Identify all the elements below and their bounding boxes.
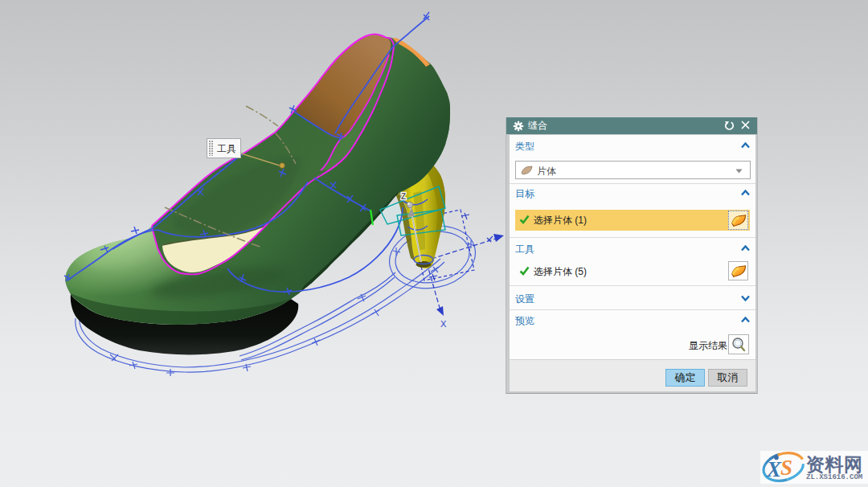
svg-text:Z: Z (401, 192, 406, 201)
svg-text:X: X (766, 457, 782, 481)
svg-text:X: X (440, 319, 447, 329)
svg-text:S: S (780, 456, 792, 480)
